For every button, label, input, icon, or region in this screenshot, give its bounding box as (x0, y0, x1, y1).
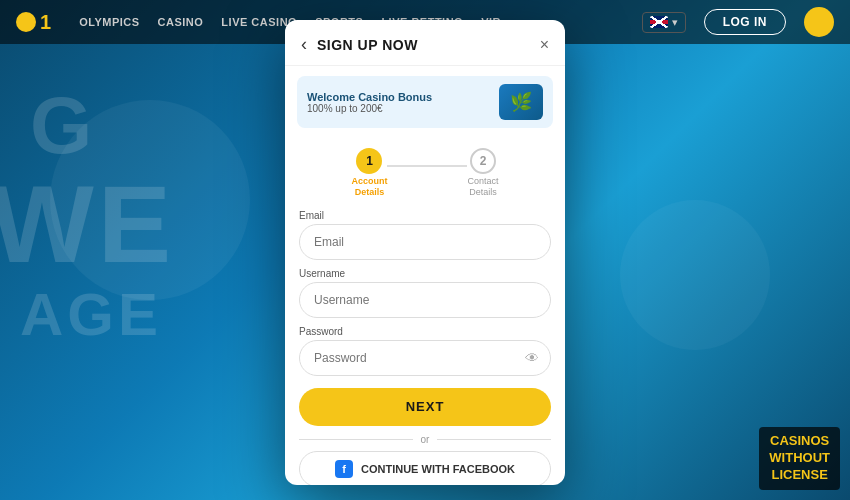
divider-line-right (437, 439, 551, 440)
watermark-line2: WITHOUT (769, 450, 830, 467)
eye-icon[interactable]: 👁 (525, 350, 539, 366)
step-1-label: AccountDetails (351, 176, 387, 198)
steps-indicator: 1 AccountDetails 2 ContactDetails (285, 138, 565, 206)
step-1: 1 AccountDetails (351, 148, 387, 198)
back-button[interactable]: ‹ (301, 34, 307, 55)
email-field[interactable] (299, 224, 551, 260)
password-group: Password 👁 (299, 326, 551, 376)
password-field[interactable] (299, 340, 551, 376)
divider-line-left (299, 439, 413, 440)
signup-form: Email Username Password 👁 NEXT (285, 206, 565, 485)
facebook-icon: f (335, 460, 353, 478)
watermark: CASINOS WITHOUT LICENSE (759, 427, 840, 490)
modal-overlay: ‹ SIGN UP NOW × Welcome Casino Bonus 100… (0, 0, 850, 500)
bonus-icon: 🌿 (499, 84, 543, 120)
facebook-button-label: CONTINUE WITH FACEBOOK (361, 463, 515, 475)
modal-header: ‹ SIGN UP NOW × (285, 20, 565, 66)
email-group: Email (299, 210, 551, 260)
username-label: Username (299, 268, 551, 279)
close-button[interactable]: × (540, 36, 549, 54)
modal-title: SIGN UP NOW (317, 37, 540, 53)
or-text: or (421, 434, 430, 445)
or-divider: or (299, 434, 551, 445)
step-2-label: ContactDetails (467, 176, 498, 198)
facebook-button[interactable]: f CONTINUE WITH FACEBOOK (299, 451, 551, 485)
bonus-icon-image: 🌿 (510, 91, 532, 113)
step-2-circle: 2 (470, 148, 496, 174)
bonus-banner: Welcome Casino Bonus 100% up to 200€ 🌿 (297, 76, 553, 128)
step-1-circle: 1 (356, 148, 382, 174)
password-wrapper: 👁 (299, 340, 551, 376)
bonus-title: Welcome Casino Bonus (307, 91, 432, 103)
username-group: Username (299, 268, 551, 318)
username-field[interactable] (299, 282, 551, 318)
step-2: 2 ContactDetails (467, 148, 498, 198)
step-connector (387, 165, 467, 167)
watermark-line1: CASINOS (769, 433, 830, 450)
watermark-line3: LICENSE (769, 467, 830, 484)
bonus-subtitle: 100% up to 200€ (307, 103, 432, 114)
bonus-text: Welcome Casino Bonus 100% up to 200€ (307, 91, 432, 114)
password-label: Password (299, 326, 551, 337)
signup-modal: ‹ SIGN UP NOW × Welcome Casino Bonus 100… (285, 20, 565, 485)
next-button[interactable]: NEXT (299, 388, 551, 426)
email-label: Email (299, 210, 551, 221)
